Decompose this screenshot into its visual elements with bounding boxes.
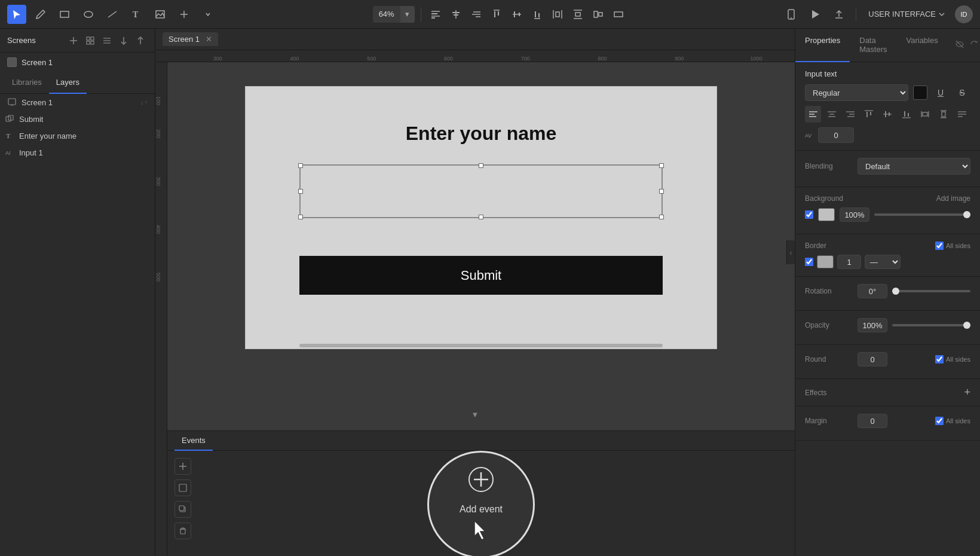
- font-select[interactable]: RegularBoldItalic: [805, 84, 908, 101]
- input-selection-box[interactable]: [299, 164, 663, 218]
- tab-libraries[interactable]: Libraries: [5, 72, 49, 94]
- opacity-slider[interactable]: [892, 324, 970, 326]
- image-tool[interactable]: [151, 5, 170, 24]
- strikethrough-btn[interactable]: S: [954, 84, 970, 101]
- event-add-btn[interactable]: [174, 458, 191, 475]
- add-dropdown-tool[interactable]: [198, 5, 218, 24]
- text-valign-top-btn[interactable]: [861, 106, 877, 123]
- refresh-icon[interactable]: [969, 39, 979, 51]
- tab-variables[interactable]: Variables: [896, 29, 947, 62]
- rectangle-tool[interactable]: [55, 5, 74, 24]
- margin-allsides-checkbox[interactable]: [935, 417, 944, 425]
- round-allsides-checkbox[interactable]: [935, 355, 944, 363]
- align-left-edge-btn[interactable]: [590, 6, 607, 23]
- event-copy-btn[interactable]: [174, 501, 191, 518]
- bg-opacity-slider[interactable]: [874, 213, 970, 216]
- text-valign-middle-btn[interactable]: [880, 106, 896, 123]
- add-image-btn[interactable]: Add image: [936, 194, 970, 203]
- text-color-swatch[interactable]: [913, 85, 927, 100]
- handle-tr[interactable]: [659, 163, 664, 168]
- text-justify-v-btn[interactable]: [936, 106, 952, 123]
- canvas-screen-tab[interactable]: Screen 1 ✕: [163, 32, 218, 46]
- kern-input[interactable]: 0: [818, 127, 854, 143]
- round-input[interactable]: [858, 352, 887, 366]
- text-align-center-btn[interactable]: [823, 106, 840, 123]
- layer-down-arrow[interactable]: ↓: [140, 99, 143, 106]
- canvas-scroll[interactable]: Enter your name: [167, 62, 795, 424]
- handle-br[interactable]: [659, 215, 664, 219]
- border-width-input[interactable]: [837, 255, 861, 269]
- text-justify-h-btn[interactable]: [917, 106, 933, 123]
- layer-item-submit[interactable]: Submit: [0, 111, 155, 127]
- layer-up-arrow[interactable]: ↑: [145, 99, 148, 106]
- handle-tl[interactable]: [298, 163, 303, 168]
- layer-item-input1[interactable]: AI Input 1: [0, 144, 155, 161]
- zoom-dropdown[interactable]: ▾: [400, 6, 415, 23]
- submit-button[interactable]: Submit: [299, 256, 663, 295]
- user-avatar[interactable]: ID: [955, 5, 973, 23]
- bg-checkbox[interactable]: [805, 210, 813, 219]
- ellipse-tool[interactable]: [79, 5, 98, 24]
- bg-swatch[interactable]: [818, 208, 835, 221]
- border-style-select[interactable]: —- -···: [865, 255, 901, 269]
- screen-list-btn[interactable]: [100, 33, 114, 48]
- effects-add-btn[interactable]: +: [964, 386, 970, 399]
- underline-btn[interactable]: U: [932, 84, 949, 101]
- screen-thumbnail-btn[interactable]: [83, 33, 97, 48]
- handle-mr[interactable]: [659, 189, 664, 194]
- collapse-handle[interactable]: ‹: [786, 240, 795, 264]
- text-justify-all-btn[interactable]: [954, 106, 970, 123]
- margin-input[interactable]: [858, 414, 887, 428]
- play-btn[interactable]: [806, 5, 825, 24]
- select-tool[interactable]: [7, 5, 26, 24]
- pen-tool[interactable]: [31, 5, 50, 24]
- text-valign-bottom-btn[interactable]: [898, 106, 914, 123]
- horizontal-scrollbar[interactable]: [299, 344, 663, 347]
- zoom-selector[interactable]: 64% ▾: [373, 6, 415, 23]
- align-center-btn[interactable]: [448, 6, 464, 23]
- distribute-v-btn[interactable]: [569, 6, 586, 23]
- rotation-slider[interactable]: [892, 290, 970, 292]
- layer-item-screen1[interactable]: Screen 1 ↓ ↑: [0, 94, 155, 111]
- layer-item-text[interactable]: T Enter your name: [0, 127, 155, 144]
- distribute-h-btn[interactable]: [549, 6, 566, 23]
- align-top-btn[interactable]: [488, 6, 505, 23]
- design-frame[interactable]: Enter your name: [245, 86, 717, 349]
- border-swatch[interactable]: [817, 255, 834, 268]
- event-delete-btn[interactable]: [174, 523, 191, 539]
- blending-select[interactable]: DefaultMultiplyScreenOverlay: [858, 158, 970, 175]
- screen-move-down-btn[interactable]: [117, 33, 131, 48]
- align-right-btn[interactable]: [468, 6, 485, 23]
- tab-layers[interactable]: Layers: [49, 72, 87, 94]
- canvas-tab-close[interactable]: ✕: [206, 35, 212, 44]
- zoom-value[interactable]: 64%: [373, 7, 400, 21]
- add-screen-btn[interactable]: [66, 33, 81, 48]
- eye-slash-icon[interactable]: [955, 39, 964, 51]
- handle-ml[interactable]: [298, 189, 303, 194]
- screen-item[interactable]: Screen 1: [0, 53, 155, 72]
- events-tab[interactable]: Events: [174, 431, 213, 451]
- opacity-input[interactable]: [858, 318, 887, 332]
- border-allsides-checkbox[interactable]: [935, 242, 944, 250]
- tab-properties[interactable]: Properties: [795, 29, 850, 62]
- add-tool[interactable]: [174, 5, 194, 24]
- event-select-btn[interactable]: [174, 479, 191, 496]
- align-middle-btn[interactable]: [509, 6, 525, 23]
- border-checkbox[interactable]: [805, 258, 813, 266]
- align-left-btn[interactable]: [427, 6, 444, 23]
- handle-tc[interactable]: [479, 163, 483, 168]
- handle-bc[interactable]: [479, 215, 483, 219]
- device-preview-btn[interactable]: [782, 5, 801, 24]
- chevron-down-icon[interactable]: ▼: [469, 408, 482, 421]
- text-align-left-btn[interactable]: [805, 106, 821, 123]
- tab-data-masters[interactable]: Data Masters: [850, 29, 896, 62]
- bg-opacity-input[interactable]: [840, 207, 869, 222]
- upload-btn[interactable]: [829, 5, 849, 24]
- handle-bl[interactable]: [298, 215, 303, 219]
- project-name[interactable]: USER INTERFACE: [863, 7, 950, 21]
- rotation-input[interactable]: [858, 284, 887, 298]
- align-bottom-btn[interactable]: [529, 6, 546, 23]
- screen-move-up-btn[interactable]: [133, 33, 148, 48]
- text-align-right-btn[interactable]: [842, 106, 858, 123]
- add-event-circle[interactable]: Add event: [427, 451, 535, 556]
